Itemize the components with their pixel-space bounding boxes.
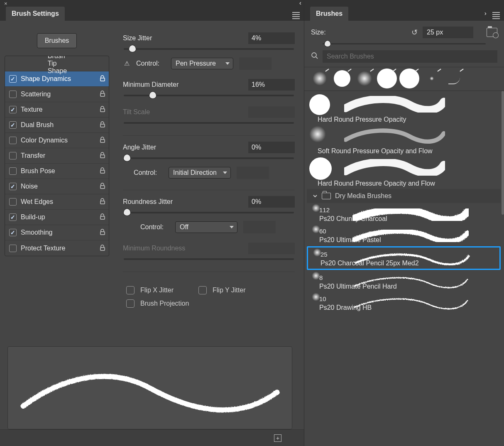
tab-brushes[interactable]: Brushes (310, 7, 348, 21)
recent-brush[interactable] (398, 69, 421, 88)
brushes-button[interactable]: Brushes (37, 33, 77, 48)
lock-icon[interactable] (100, 152, 105, 159)
tilt-scale-group: Tilt Scale (123, 106, 295, 131)
option-checkbox[interactable] (9, 75, 17, 83)
roundness-control-select[interactable]: Off (175, 221, 237, 233)
option-protect-texture[interactable]: Protect Texture (5, 240, 109, 256)
recent-brush[interactable] (331, 69, 353, 88)
min-diameter-value[interactable]: 16% (248, 79, 295, 91)
angle-control-extra (237, 167, 269, 179)
option-dual-brush[interactable]: Dual Brush (5, 118, 109, 133)
brush-projection-checkbox[interactable]: Brush Projection (126, 299, 189, 308)
brush-item[interactable]: 60Ps20 Ultimate Pastel (307, 224, 501, 245)
flip-x-jitter-checkbox[interactable]: Flip X Jitter (126, 286, 174, 294)
option-checkbox[interactable] (9, 198, 17, 206)
brush-item[interactable]: 10Ps20 Drawing HB (307, 292, 501, 313)
search-brushes-input[interactable] (323, 50, 497, 63)
scrollbar[interactable] (502, 91, 504, 215)
brush-item[interactable]: 8Ps20 Ultimate Pencil Hard (307, 271, 501, 292)
option-checkbox[interactable] (9, 245, 17, 252)
option-scattering[interactable]: Scattering (5, 87, 109, 102)
panel-menu-icon[interactable] (292, 11, 300, 22)
option-label: Dual Brush (21, 121, 95, 129)
lock-icon[interactable] (100, 137, 105, 144)
lock-icon[interactable] (100, 229, 105, 236)
recent-brush[interactable] (421, 69, 443, 88)
option-build-up[interactable]: Build-up (5, 210, 109, 225)
size-value-input[interactable]: 25 px (423, 27, 473, 38)
svg-point-12 (312, 53, 316, 57)
min-roundness-label: Minimum Roundness (123, 245, 185, 252)
option-label: Noise (21, 183, 95, 190)
recent-brush[interactable] (443, 69, 465, 88)
roundness-jitter-slider[interactable] (124, 212, 294, 213)
option-checkbox[interactable] (9, 213, 17, 221)
panel-menu-icon-right[interactable] (492, 11, 500, 22)
option-brush-pose[interactable]: Brush Pose (5, 164, 109, 179)
lock-icon[interactable] (100, 167, 105, 175)
brush-item[interactable]: Soft Round Pressure Opacity and Flow (307, 125, 501, 157)
recent-brush[interactable] (376, 69, 398, 88)
load-brushes-icon[interactable] (487, 28, 497, 37)
brush-item[interactable]: Hard Round Pressure Opacity and Flow (307, 157, 501, 189)
option-transfer[interactable]: Transfer (5, 148, 109, 164)
folder-icon (322, 193, 331, 199)
angle-jitter-slider[interactable] (124, 157, 294, 159)
recent-brush[interactable] (308, 69, 331, 88)
option-color-dynamics[interactable]: Color Dynamics (5, 133, 109, 148)
option-checkbox[interactable] (9, 229, 17, 236)
size-slider[interactable] (323, 43, 486, 44)
option-checkbox[interactable] (9, 137, 17, 144)
recent-brush[interactable] (353, 69, 376, 88)
option-checkbox[interactable] (9, 152, 17, 159)
size-jitter-group: Size Jitter 4% ⚠ Control: Pen Pressure (123, 32, 295, 76)
option-label: Scattering (21, 91, 95, 98)
brush-item[interactable]: Hard Round Pressure Opacity (307, 93, 501, 125)
option-smoothing[interactable]: Smoothing (5, 225, 109, 240)
angle-control-label: Control: (134, 169, 163, 176)
brush-item[interactable]: 25Ps20 Charcoal Pencil 25px Med2 (308, 248, 499, 269)
panel-header-bar: × ‹‹ (0, 0, 304, 6)
lock-icon[interactable] (100, 245, 105, 252)
angle-jitter-value[interactable]: 0% (248, 142, 295, 153)
size-jitter-slider[interactable] (124, 48, 294, 50)
flip-y-jitter-checkbox[interactable]: Flip Y Jitter (198, 286, 245, 294)
svg-rect-11 (100, 248, 105, 250)
expand-panel-icon[interactable]: ›› (484, 10, 485, 17)
option-noise[interactable]: Noise (5, 179, 109, 194)
size-control-select[interactable]: Pen Pressure (171, 58, 233, 69)
roundness-control-extra (243, 221, 276, 233)
brush-item[interactable]: 112Ps20 Chunky Charcoal (307, 203, 501, 224)
lock-icon[interactable] (100, 198, 105, 206)
brushes-panel: Brushes ›› Size: ↺ 25 px (304, 0, 504, 446)
folder-dry-media[interactable]: Dry Media Brushes (307, 189, 501, 203)
option-brush-tip-shape[interactable]: Brush Tip Shape (5, 56, 109, 71)
option-label: Build-up (21, 213, 95, 221)
option-checkbox[interactable] (9, 121, 17, 129)
option-checkbox[interactable] (9, 106, 17, 113)
reset-size-icon[interactable]: ↺ (411, 28, 418, 37)
brush-list[interactable]: Hard Round Pressure OpacitySoft Round Pr… (304, 91, 504, 446)
angle-jitter-group: Angle Jitter 0% Control: Initial Directi… (123, 142, 295, 186)
roundness-jitter-value[interactable]: 0% (248, 196, 295, 208)
lock-icon[interactable] (100, 121, 105, 129)
tab-brush-settings[interactable]: Brush Settings (6, 7, 65, 21)
option-checkbox[interactable] (9, 167, 17, 175)
option-wet-edges[interactable]: Wet Edges (5, 194, 109, 210)
svg-rect-0 (100, 78, 105, 81)
option-texture[interactable]: Texture (5, 102, 109, 118)
lock-icon[interactable] (100, 183, 105, 190)
lock-icon[interactable] (100, 75, 105, 83)
collapse-panel-icon[interactable]: ‹‹ (299, 0, 300, 6)
new-preset-icon[interactable]: + (274, 434, 281, 442)
min-diameter-slider[interactable] (124, 95, 294, 96)
lock-icon[interactable] (100, 106, 105, 113)
option-checkbox[interactable] (9, 91, 17, 98)
options-column: Brushes Brush Tip Shape Shape DynamicsSc… (0, 28, 114, 338)
angle-control-select[interactable]: Initial Direction (169, 167, 231, 179)
lock-icon[interactable] (100, 213, 105, 221)
size-jitter-value[interactable]: 4% (248, 32, 295, 44)
option-checkbox[interactable] (9, 183, 17, 190)
lock-icon[interactable] (100, 91, 105, 98)
min-roundness-slider (124, 258, 294, 260)
